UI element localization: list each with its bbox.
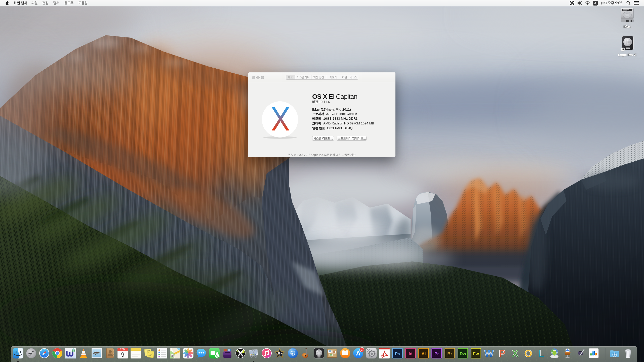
svg-text:3D: 3D bbox=[171, 355, 174, 357]
svg-text:O: O bbox=[524, 348, 532, 358]
svg-text:Id: Id bbox=[409, 351, 412, 356]
svg-text:A: A bbox=[594, 1, 597, 5]
svg-text:Ai: Ai bbox=[421, 351, 426, 356]
svg-text:L: L bbox=[538, 348, 544, 358]
svg-text:X: X bbox=[512, 348, 518, 358]
svg-text:P: P bbox=[499, 348, 505, 358]
svg-text:Fw: Fw bbox=[473, 351, 479, 356]
svg-text:Br: Br bbox=[447, 351, 452, 356]
svg-text:1: 1 bbox=[361, 348, 363, 351]
svg-text:Pr: Pr bbox=[434, 351, 439, 356]
svg-text:W: W bbox=[484, 348, 494, 358]
svg-text:Dw: Dw bbox=[460, 351, 466, 356]
svg-text:Ps: Ps bbox=[395, 351, 400, 356]
svg-text:9: 9 bbox=[121, 351, 124, 358]
